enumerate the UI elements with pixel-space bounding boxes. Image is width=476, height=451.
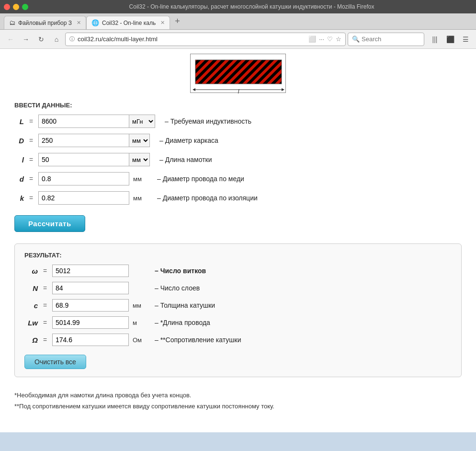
- close-btn[interactable]: [4, 4, 10, 10]
- menu-button[interactable]: ☰: [459, 33, 472, 46]
- home-button[interactable]: ⌂: [50, 33, 63, 46]
- result-field-4[interactable]: [52, 334, 129, 346]
- label-3: d: [14, 175, 24, 183]
- input-rows-container: L = мГнГнмкГн – Требуемая индуктивность …: [14, 115, 462, 205]
- result-label-1: N: [24, 284, 38, 292]
- bookmark-icon: ♡: [327, 35, 333, 43]
- input-section-label: ВВЕСТИ ДАННЫЕ:: [14, 102, 462, 109]
- input-row-d: d = мм – Диаметр провода по меди: [14, 172, 462, 185]
- reader-icon: ⬜: [308, 35, 316, 43]
- footnote-1: *Необходимая для намотки длина провода б…: [14, 390, 462, 401]
- label-0: L: [14, 117, 24, 126]
- unit-text-3: мм: [133, 175, 147, 183]
- input-field-d[interactable]: [38, 172, 129, 185]
- page-content: l ВВЕСТИ ДАННЫЕ: L = мГнГнмкГн – Требуем…: [0, 49, 476, 432]
- url-bar[interactable]: ⓘ ⬜ ··· ♡ ☆: [65, 33, 346, 46]
- coil-diagram: l: [190, 54, 286, 93]
- result-label-3: Lw: [24, 319, 38, 327]
- input-row-l: L = мГнГнмкГн – Требуемая индуктивность: [14, 115, 462, 128]
- clear-button[interactable]: Очистить все: [24, 355, 86, 369]
- result-field-1[interactable]: [52, 282, 129, 294]
- url-input[interactable]: [78, 35, 306, 43]
- result-row-1: N = – Число слоев: [24, 282, 452, 294]
- page-scroll-area: l ВВЕСТИ ДАННЫЕ: L = мГнГнмкГн – Требуем…: [0, 49, 476, 432]
- result-eq-2: =: [38, 301, 52, 309]
- tab2-label: Coil32 - On-line каль: [102, 20, 156, 26]
- unit-select-2[interactable]: ммсмм: [129, 153, 150, 166]
- result-label-2: c: [24, 301, 38, 310]
- tab2-close[interactable]: ✕: [160, 20, 165, 26]
- result-desc-1: – Число слоев: [155, 284, 200, 292]
- eq-0: =: [24, 117, 38, 125]
- reload-button[interactable]: ↻: [34, 33, 48, 46]
- sidebar-button[interactable]: |||: [428, 33, 442, 46]
- result-desc-3: – *Длина провода: [155, 319, 210, 326]
- result-label-0: ω: [24, 267, 38, 275]
- nav-right: ||| ⬛ ☰: [428, 33, 472, 46]
- eq-4: =: [24, 194, 38, 202]
- tab-1[interactable]: 🗂 Файловый прибор З ✕: [4, 16, 86, 29]
- main-section: ВВЕСТИ ДАННЫЕ: L = мГнГнмкГн – Требуемая…: [0, 95, 476, 382]
- tab1-close[interactable]: ✕: [77, 20, 81, 26]
- result-eq-4: =: [38, 336, 52, 344]
- result-row-0: ω = – Число витков: [24, 265, 452, 277]
- result-box: РЕЗУЛЬТАТ: ω = – Число витков N = – Числ…: [14, 243, 462, 377]
- coil-image-area: l: [0, 49, 476, 95]
- result-rows-container: ω = – Число витков N = – Число слоев c =…: [24, 265, 452, 346]
- result-label: РЕЗУЛЬТАТ:: [24, 252, 452, 259]
- result-eq-3: =: [38, 319, 52, 326]
- forward-button[interactable]: →: [19, 33, 33, 46]
- svg-marker-4: [193, 88, 195, 91]
- search-icon: 🔍: [352, 35, 360, 43]
- result-unit-2: мм: [133, 302, 145, 309]
- maximize-btn[interactable]: [22, 4, 28, 10]
- input-desc-1: – Диаметр каркаса: [159, 137, 218, 144]
- input-field-d[interactable]: [38, 134, 129, 147]
- window-title: Coil32 - On-line калькуляторы, расчет мн…: [31, 3, 472, 10]
- label-1: D: [14, 137, 24, 145]
- result-desc-2: – Толщина катушки: [155, 301, 215, 309]
- tab1-label: Файловый прибор З: [18, 20, 72, 26]
- input-row-k: k = мм – Диаметр провода по изоляции: [14, 191, 462, 205]
- result-field-2[interactable]: [52, 299, 129, 312]
- search-input[interactable]: [362, 35, 420, 43]
- result-eq-1: =: [38, 284, 52, 292]
- result-field-3[interactable]: [52, 316, 129, 329]
- input-desc-3: – Диаметр провода по меди: [157, 175, 244, 183]
- footer-notes: *Необходимая для намотки длина провода б…: [0, 382, 476, 422]
- tab2-icon: 🌐: [91, 19, 99, 26]
- input-desc-4: – Диаметр провода по изоляции: [157, 194, 258, 202]
- label-4: k: [14, 194, 24, 202]
- eq-2: =: [24, 156, 38, 163]
- svg-text:l: l: [238, 88, 239, 93]
- coil-svg: l: [191, 54, 286, 93]
- footnote-2: **Под сопротивлением катушки имеется вви…: [14, 401, 462, 412]
- tabs-button[interactable]: ⬛: [443, 33, 457, 46]
- input-field-l[interactable]: [38, 115, 129, 128]
- input-field-l[interactable]: [38, 153, 129, 166]
- eq-1: =: [24, 137, 38, 144]
- calculate-button[interactable]: Рассчитать: [14, 215, 85, 232]
- navbar: ← → ↻ ⌂ ⓘ ⬜ ··· ♡ ☆ 🔍 ||| ⬛ ☰: [0, 30, 476, 49]
- result-eq-0: =: [38, 267, 52, 275]
- back-button[interactable]: ←: [4, 33, 17, 46]
- input-field-k[interactable]: [38, 191, 129, 205]
- new-tab-button[interactable]: +: [172, 16, 183, 26]
- unit-select-0[interactable]: мГнГнмкГн: [129, 115, 155, 128]
- tab1-icon: 🗂: [9, 19, 15, 26]
- result-row-4: Ω = Ом – **Сопротивление катушки: [24, 334, 452, 346]
- unit-select-1[interactable]: ммсмм: [129, 134, 150, 147]
- minimize-btn[interactable]: [13, 4, 19, 10]
- tab-2[interactable]: 🌐 Coil32 - On-line каль ✕: [86, 16, 170, 29]
- tabbar: 🗂 Файловый прибор З ✕ 🌐 Coil32 - On-line…: [0, 13, 476, 30]
- url-bar-icons: ⬜ ··· ♡ ☆: [308, 35, 341, 43]
- result-unit-3: м: [133, 319, 145, 326]
- input-desc-0: – Требуемая индуктивность: [165, 117, 251, 125]
- search-bar[interactable]: 🔍: [348, 33, 424, 46]
- svg-rect-2: [195, 60, 282, 84]
- result-row-3: Lw = м – *Длина провода: [24, 316, 452, 329]
- eq-3: =: [24, 175, 38, 183]
- input-row-d: D = ммсмм – Диаметр каркаса: [14, 134, 462, 147]
- result-field-0[interactable]: [52, 265, 129, 277]
- svg-marker-5: [282, 88, 284, 91]
